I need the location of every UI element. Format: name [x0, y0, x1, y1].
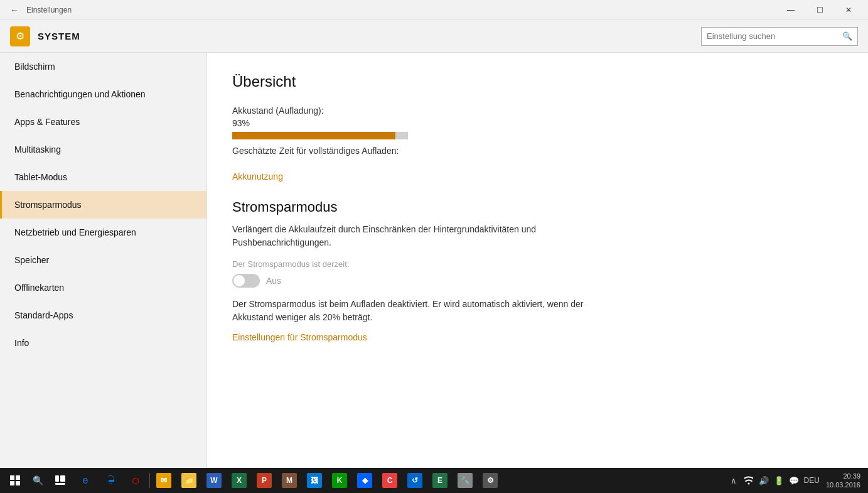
back-button[interactable]: ←: [5, 1, 24, 19]
tools-icon-box: 🔧: [458, 473, 473, 488]
minimize-button[interactable]: —: [776, 0, 805, 20]
sidebar-item-apps[interactable]: Apps & Features: [0, 108, 206, 136]
settings-icon-box: ⚙: [483, 473, 498, 488]
estimated-time-label: Geschätzte Zeit für vollständiges Auflad…: [232, 146, 843, 156]
sidebar: Bildschirm Benachrichtigungen und Aktion…: [0, 53, 207, 468]
toggle-state-label: Aus: [266, 276, 281, 286]
photos-icon[interactable]: 🖼: [302, 468, 327, 493]
content-area: Übersicht Akkustand (Aufladung): 93% Ges…: [207, 53, 868, 468]
taskbar-right: ∧ 🔊 🔋 💬 DEU 20:39 10.03.2016: [721, 468, 865, 493]
search-box[interactable]: 🔍: [701, 27, 858, 46]
titlebar: ← Einstellungen — ☐ ✕: [0, 0, 868, 20]
clock-date: 10.03.2016: [826, 480, 860, 489]
clock-display[interactable]: 20:39 10.03.2016: [822, 472, 860, 490]
separator-1: [149, 473, 150, 488]
dropbox-icon[interactable]: ◆: [352, 468, 377, 493]
task-view-button[interactable]: [48, 468, 73, 493]
toggle-status-label: Der Stromsparmodus ist derzeit:: [232, 259, 843, 269]
ie-icon[interactable]: e: [73, 468, 98, 493]
corel-icon[interactable]: C: [377, 468, 402, 493]
system-icon: ⚙: [10, 26, 30, 46]
excel2-icon[interactable]: E: [427, 468, 453, 493]
volume-icon[interactable]: 🔊: [756, 468, 771, 493]
word-icon[interactable]: W: [201, 468, 227, 493]
app-title: SYSTEM: [38, 31, 80, 41]
sidebar-item-bildschirm[interactable]: Bildschirm: [0, 53, 206, 80]
excel-icon[interactable]: X: [227, 468, 252, 493]
wifi-icon[interactable]: [741, 468, 756, 493]
recovery-icon-box: ↺: [407, 473, 422, 488]
stromsparmodus-toggle[interactable]: [232, 274, 260, 288]
settings-icon[interactable]: ⚙: [478, 468, 503, 493]
sidebar-item-offlinekarten[interactable]: Offlinekarten: [0, 274, 206, 301]
taskbar: 🔍 e O ✉ 📁 W X P: [0, 468, 868, 493]
language-indicator[interactable]: DEU: [801, 476, 822, 485]
stromsparmodus-settings-link[interactable]: Einstellungen für Stromsparmodus: [232, 332, 367, 342]
kaspersky-icon-box: K: [332, 473, 347, 488]
corel-icon-box: C: [382, 473, 397, 488]
start-button[interactable]: [3, 468, 28, 493]
sidebar-item-benachrichtigungen[interactable]: Benachrichtigungen und Aktionen: [0, 80, 206, 108]
taskbar-app-icons: e O ✉ 📁 W X P M 🖼 K: [73, 468, 503, 493]
mail-icon-box: ✉: [156, 473, 171, 488]
minecraft-icon-box: M: [282, 473, 297, 488]
clock-time: 20:39: [826, 472, 860, 480]
toggle-row: Aus: [232, 274, 843, 288]
search-input[interactable]: [707, 31, 842, 41]
section-description: Verlängert die Akkulaufzeit durch Einsch…: [232, 223, 609, 249]
photos-icon-box: 🖼: [307, 473, 322, 488]
svg-rect-1: [60, 475, 65, 482]
battery-progress-fill: [232, 132, 395, 139]
opera-icon[interactable]: O: [123, 468, 148, 493]
mail-icon[interactable]: ✉: [151, 468, 176, 493]
maximize-button[interactable]: ☐: [805, 0, 834, 20]
header-bar: ⚙ SYSTEM 🔍: [0, 20, 868, 53]
stromsparmodus-title: Stromsparmodus: [232, 199, 843, 215]
search-icon: 🔍: [842, 31, 852, 41]
close-button[interactable]: ✕: [834, 0, 863, 20]
sidebar-item-standard-apps[interactable]: Standard-Apps: [0, 301, 206, 329]
edge-icon[interactable]: [98, 468, 123, 493]
word-icon-box: W: [206, 473, 222, 488]
notification-icon[interactable]: 💬: [786, 468, 801, 493]
battery-label: Akkustand (Aufladung):: [232, 106, 843, 116]
taskbar-search-button[interactable]: 🔍: [28, 470, 48, 490]
ppt-icon-box: P: [257, 473, 272, 488]
battery-progress-bar: [232, 132, 408, 139]
page-title: Übersicht: [232, 73, 843, 90]
recovery-icon[interactable]: ↺: [402, 468, 427, 493]
svg-rect-0: [55, 475, 59, 482]
sidebar-item-tablet[interactable]: Tablet-Modus: [0, 163, 206, 191]
kaspersky-icon[interactable]: K: [327, 468, 352, 493]
excel2-icon-box: E: [432, 473, 447, 488]
svg-rect-2: [55, 483, 65, 485]
sidebar-item-multitasking[interactable]: Multitasking: [0, 136, 206, 163]
explorer-icon-box: 📁: [181, 473, 196, 488]
note-text: Der Stromsparmodus ist beim Aufladen dea…: [232, 298, 609, 324]
akku-link[interactable]: Akkunutzung: [232, 171, 283, 181]
window-title: Einstellungen: [26, 6, 72, 14]
main-layout: Bildschirm Benachrichtigungen und Aktion…: [0, 53, 868, 468]
window-controls: — ☐ ✕: [776, 0, 863, 20]
dropbox-icon-box: ◆: [357, 473, 372, 488]
battery-icon[interactable]: 🔋: [771, 468, 786, 493]
toggle-knob: [233, 275, 245, 286]
minecraft-icon[interactable]: M: [277, 468, 302, 493]
powerpoint-icon[interactable]: P: [252, 468, 277, 493]
sidebar-item-speicher[interactable]: Speicher: [0, 246, 206, 274]
sidebar-item-stromsparmodus[interactable]: Stromsparmodus: [0, 191, 206, 219]
excel-icon-box: X: [232, 473, 247, 488]
explorer-icon[interactable]: 📁: [176, 468, 201, 493]
battery-percent: 93%: [232, 118, 843, 128]
tools-icon[interactable]: 🔧: [453, 468, 478, 493]
sidebar-item-netzbetrieb[interactable]: Netzbetrieb und Energiesparen: [0, 219, 206, 246]
tray-chevron[interactable]: ∧: [726, 468, 741, 493]
sidebar-item-info[interactable]: Info: [0, 329, 206, 357]
windows-logo-icon: [10, 475, 20, 485]
